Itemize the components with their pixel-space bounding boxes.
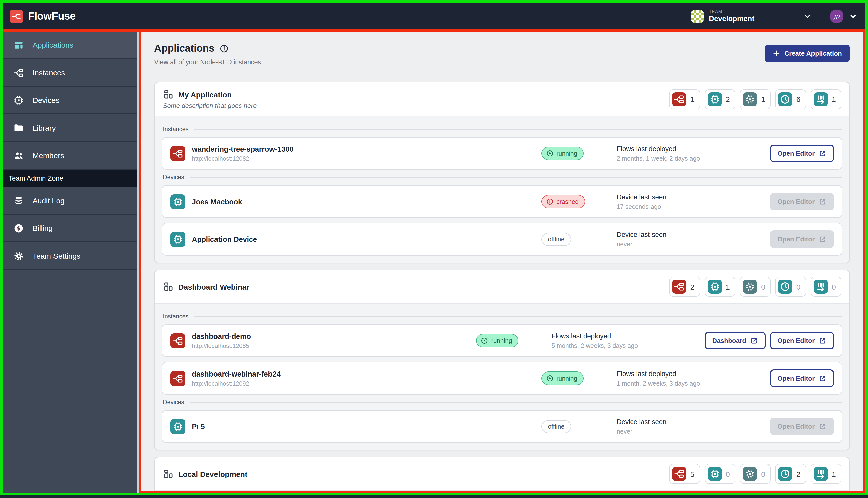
sidebar-item-team-settings[interactable]: Team Settings — [2, 243, 137, 270]
open-editor-button[interactable]: Open Editor — [770, 145, 834, 162]
devices-count: 2 — [726, 95, 730, 103]
devices-count-badge[interactable]: 1 — [704, 277, 735, 297]
application-card-title-block: Dashboard Webinar — [163, 281, 249, 292]
sidebar-item-label: Applications — [33, 41, 73, 49]
screen-edge — [0, 496, 868, 498]
user-menu[interactable]: jp — [822, 3, 866, 29]
snapshots-count-badge[interactable]: 6 — [775, 89, 806, 109]
device_groups-count: 1 — [761, 95, 765, 103]
device_groups-count-badge[interactable]: 1 — [740, 89, 771, 109]
sidebar-item-members[interactable]: Members — [2, 142, 137, 170]
external-link-icon — [819, 375, 826, 382]
application-icon — [163, 89, 174, 100]
page-subtitle: View all of your Node-RED instances. — [154, 58, 850, 66]
external-link-icon — [750, 337, 758, 344]
meta-column: Flows last deployed1 month, 2 weeks, 3 d… — [617, 370, 770, 387]
node-red-instances-badge-icon — [672, 467, 686, 481]
instances-count-badge[interactable]: 1 — [669, 89, 700, 109]
flowfuse-logo-icon — [10, 9, 23, 23]
status-badge-running: running — [541, 147, 584, 160]
pipelines-count-badge[interactable]: 0 — [811, 277, 841, 297]
dashboard-button[interactable]: Dashboard — [704, 332, 765, 350]
status-column: running — [541, 371, 617, 385]
devices-count: 1 — [726, 283, 730, 291]
status-badge-running: running — [541, 371, 584, 385]
devices-badge-icon — [708, 92, 722, 106]
instance-name: wandering-tree-sparrow-1300 — [192, 145, 541, 153]
section-label-text: Instances — [163, 313, 189, 320]
page-header: Applications View all of your Node-RED i… — [154, 31, 850, 74]
pipelines-badge-icon — [814, 467, 828, 481]
chevron-down-icon — [849, 12, 857, 20]
members-icon — [13, 150, 24, 161]
plus-icon — [772, 50, 780, 57]
sidebar-item-label: Audit Log — [33, 196, 65, 205]
sidebar-item-instances[interactable]: Instances — [2, 59, 137, 87]
application-link[interactable]: Local Development — [163, 468, 247, 480]
application-card: Dashboard Webinar21000Instancesdashboard… — [154, 270, 850, 450]
create-application-button[interactable]: Create Application — [764, 45, 850, 62]
instances-count-badge[interactable]: 5 — [669, 464, 700, 484]
device-name: Application Device — [192, 235, 541, 243]
main-annotated-region: Applications View all of your Node-RED i… — [139, 31, 866, 494]
application-name: Local Development — [178, 470, 247, 478]
flowfuse-brand[interactable]: FlowFuse — [2, 9, 83, 23]
instances-count-badge[interactable]: 2 — [669, 277, 700, 297]
team-selector[interactable]: TEAM: Development — [681, 3, 822, 29]
meta-label: Flows last deployed — [617, 145, 770, 152]
row-buttons: Open Editor — [770, 369, 834, 387]
user-avatar: jp — [830, 10, 843, 22]
open-editor-button[interactable]: Open Editor — [770, 369, 834, 387]
status-column: running — [541, 147, 617, 160]
play-circle-icon — [546, 149, 553, 157]
devices-count-badge[interactable]: 2 — [704, 89, 735, 109]
button-label: Open Editor — [777, 198, 815, 205]
open-editor-button[interactable]: Open Editor — [770, 332, 834, 350]
application-card-header: Local Development50021 — [155, 457, 850, 490]
application-card-title-block: Local Development — [163, 468, 247, 480]
device_groups-count-badge[interactable]: 0 — [740, 277, 771, 297]
sidebar-item-label: Library — [33, 123, 56, 132]
device_groups-count-badge[interactable]: 0 — [740, 464, 771, 484]
snapshots-count-badge[interactable]: 2 — [775, 464, 806, 484]
device-row[interactable]: Joes MacbookcrashedDevice last seen17 se… — [162, 185, 842, 218]
team-name: Development — [709, 15, 754, 23]
meta-column: Device last seennever — [617, 231, 770, 248]
application-link[interactable]: My Application — [163, 89, 257, 100]
instances-count: 5 — [690, 470, 695, 478]
device-name-block: Pi 5 — [192, 422, 541, 431]
pipelines-count-badge[interactable]: 1 — [811, 464, 841, 484]
devices-section-label: Devices — [163, 398, 842, 406]
application-icon — [163, 468, 174, 480]
button-label: Dashboard — [712, 337, 746, 344]
library-icon — [13, 122, 24, 133]
instance-row[interactable]: dashboard-webinar-feb24http://localhost:… — [162, 362, 842, 395]
devices-count-badge[interactable]: 0 — [704, 464, 735, 484]
pipelines-badge-icon — [814, 92, 828, 106]
sidebar-item-audit-log[interactable]: Audit Log — [2, 187, 137, 215]
status-column: offline — [541, 420, 617, 433]
device-row[interactable]: Pi 5offlineDevice last seenneverOpen Edi… — [162, 410, 842, 443]
instance-row[interactable]: dashboard-demohttp://localhost:12085runn… — [162, 324, 842, 357]
device-row[interactable]: Application DeviceofflineDevice last see… — [162, 223, 842, 255]
audit-log-icon — [13, 195, 24, 206]
pipelines-count: 1 — [832, 95, 836, 103]
sidebar-item-label: Members — [33, 151, 64, 160]
meta-time: 2 months, 1 week, 2 days ago — [617, 155, 770, 162]
info-icon[interactable] — [220, 44, 229, 53]
sidebar-item-devices[interactable]: Devices — [2, 87, 137, 115]
sidebar-item-billing[interactable]: $Billing — [2, 215, 137, 243]
button-label: Open Editor — [777, 375, 815, 382]
sidebar-item-library[interactable]: Library — [2, 115, 137, 142]
pipelines-count-badge[interactable]: 1 — [811, 89, 841, 109]
instance-row[interactable]: wandering-tree-sparrow-1300http://localh… — [162, 137, 842, 170]
sidebar-item-applications[interactable]: Applications — [2, 31, 137, 59]
snapshots-count-badge[interactable]: 0 — [775, 277, 806, 297]
application-card: Local Development50021Instances — [154, 457, 850, 491]
application-link[interactable]: Dashboard Webinar — [163, 281, 249, 292]
meta-time: 5 months, 2 weeks, 3 days ago — [551, 342, 704, 349]
section-label-text: Instances — [163, 126, 189, 132]
node-red-instance-icon — [170, 146, 185, 161]
instance-name: dashboard-demo — [192, 332, 476, 340]
status-label: offline — [548, 236, 564, 243]
